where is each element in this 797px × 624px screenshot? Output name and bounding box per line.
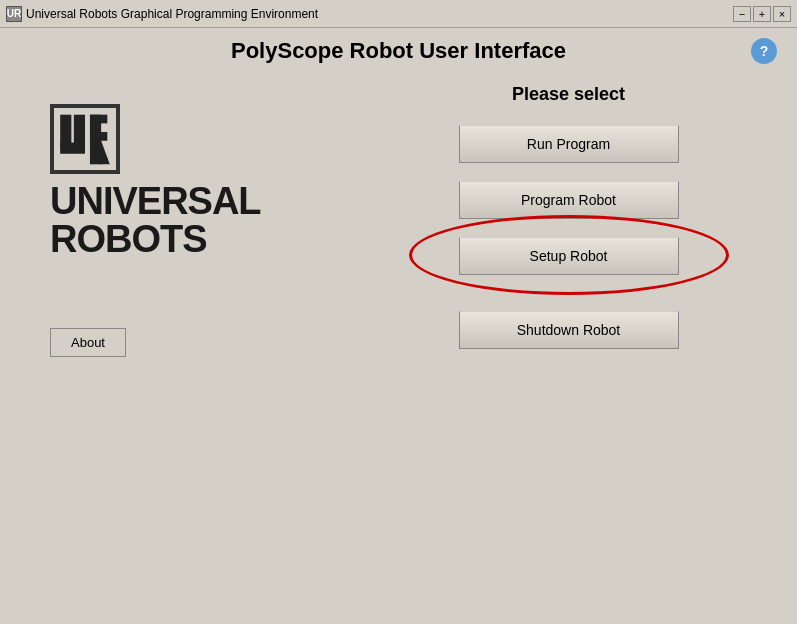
logo-line1: UNIVERSAL [50,182,261,220]
maximize-button[interactable]: + [753,6,771,22]
titlebar-left: UR Universal Robots Graphical Programmin… [6,6,318,22]
run-program-button[interactable]: Run Program [459,125,679,163]
titlebar-controls: − + × [733,6,791,22]
logo-text: UNIVERSAL ROBOTS [50,182,261,258]
shutdown-robot-button[interactable]: Shutdown Robot [459,311,679,349]
body-area: UNIVERSAL ROBOTS About Please select Run… [0,74,797,624]
svg-rect-5 [90,132,107,141]
ur-logo-icon [50,104,120,174]
help-button[interactable]: ? [751,38,777,64]
logo-container: UNIVERSAL ROBOTS [50,104,261,258]
setup-wrapper: Setup Robot [459,237,679,293]
app-icon: UR [6,6,22,22]
please-select-label: Please select [512,84,625,105]
page-title: PolyScope Robot User Interface [46,38,751,64]
svg-rect-2 [74,114,85,148]
setup-robot-button[interactable]: Setup Robot [459,237,679,275]
header: PolyScope Robot User Interface ? [0,28,797,74]
svg-rect-4 [90,114,107,123]
close-button[interactable]: × [773,6,791,22]
minimize-button[interactable]: − [733,6,751,22]
ur-logo-svg [54,107,116,172]
titlebar-title: Universal Robots Graphical Programming E… [26,7,318,21]
left-panel: UNIVERSAL ROBOTS About [30,84,370,604]
program-robot-button[interactable]: Program Robot [459,181,679,219]
logo-line2: ROBOTS [50,220,261,258]
window-content: PolyScope Robot User Interface ? [0,28,797,624]
about-button[interactable]: About [50,328,126,357]
right-panel: Please select Run Program Program Robot … [370,84,767,604]
titlebar: UR Universal Robots Graphical Programmin… [0,0,797,28]
